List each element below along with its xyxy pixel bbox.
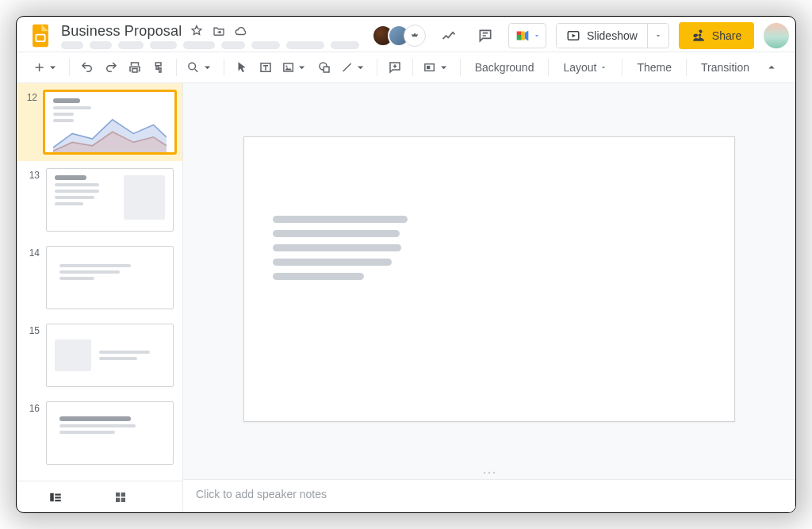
slide-thumbnail[interactable]: 16 bbox=[17, 394, 182, 472]
svg-point-3 bbox=[695, 33, 698, 36]
toolbar: Background Layout Theme Transition bbox=[17, 52, 795, 83]
theme-button[interactable]: Theme bbox=[629, 56, 680, 79]
slideshow-button[interactable]: Slideshow bbox=[557, 24, 647, 48]
svg-point-23 bbox=[493, 472, 495, 473]
slide-number: 13 bbox=[25, 168, 40, 181]
editor-canvas: Click to add speaker notes bbox=[183, 83, 795, 512]
grid-view-icon[interactable] bbox=[113, 490, 128, 504]
share-label: Share bbox=[712, 29, 741, 42]
view-switcher bbox=[17, 481, 182, 512]
current-slide[interactable] bbox=[243, 136, 735, 422]
slideshow-label: Slideshow bbox=[587, 29, 638, 42]
svg-rect-14 bbox=[55, 493, 61, 495]
paint-format-button[interactable] bbox=[147, 56, 170, 79]
notes-resize-handle[interactable] bbox=[183, 466, 795, 479]
app-window: Business Proposal bbox=[16, 16, 796, 513]
header-actions: Slideshow Share bbox=[372, 22, 789, 49]
redo-button[interactable] bbox=[100, 56, 122, 79]
svg-rect-10 bbox=[324, 67, 329, 72]
chart-thumbnail bbox=[53, 113, 167, 154]
document-title[interactable]: Business Proposal bbox=[61, 23, 182, 40]
title-bar: Business Proposal bbox=[17, 17, 795, 52]
slide-number: 16 bbox=[25, 401, 40, 414]
image-tool[interactable] bbox=[278, 56, 312, 79]
speaker-notes[interactable]: Click to add speaker notes bbox=[183, 479, 795, 512]
hide-menus-button[interactable] bbox=[760, 56, 783, 79]
svg-rect-17 bbox=[116, 493, 120, 496]
share-button[interactable]: Share bbox=[679, 22, 754, 49]
slide-thumbnail[interactable]: 12 bbox=[17, 83, 182, 161]
slide-number: 15 bbox=[25, 324, 40, 336]
slideshow-options-button[interactable] bbox=[647, 24, 668, 48]
account-avatar[interactable] bbox=[764, 23, 789, 48]
background-button[interactable]: Background bbox=[467, 56, 542, 79]
print-button[interactable] bbox=[124, 56, 146, 79]
select-tool[interactable] bbox=[231, 56, 253, 79]
transition-button[interactable]: Transition bbox=[693, 56, 757, 79]
svg-point-21 bbox=[484, 472, 485, 473]
zoom-button[interactable] bbox=[183, 56, 216, 79]
menu-bar[interactable] bbox=[61, 41, 359, 49]
new-slide-button[interactable] bbox=[29, 56, 63, 79]
slide-thumbnail[interactable]: 13 bbox=[17, 161, 182, 239]
svg-point-5 bbox=[189, 63, 196, 70]
undo-button[interactable] bbox=[76, 56, 98, 79]
svg-rect-0 bbox=[33, 25, 48, 47]
cloud-status-icon[interactable] bbox=[234, 24, 248, 38]
comments-icon[interactable] bbox=[472, 22, 499, 49]
anonymous-avatar[interactable] bbox=[404, 25, 426, 47]
svg-point-4 bbox=[698, 33, 701, 36]
slide-number: 14 bbox=[25, 246, 40, 259]
slide-thumbnail[interactable]: 15 bbox=[17, 316, 182, 394]
history-icon[interactable] bbox=[435, 22, 462, 49]
svg-rect-18 bbox=[121, 493, 125, 496]
svg-rect-16 bbox=[55, 500, 61, 501]
slide-thumbnail[interactable]: 14 bbox=[17, 239, 182, 316]
svg-point-8 bbox=[285, 65, 287, 67]
star-icon[interactable] bbox=[190, 24, 204, 38]
slide-number: 12 bbox=[23, 90, 37, 103]
add-comment-button[interactable] bbox=[384, 56, 406, 79]
move-folder-icon[interactable] bbox=[212, 24, 226, 38]
slide-options-button[interactable] bbox=[419, 56, 453, 79]
svg-rect-13 bbox=[50, 493, 54, 501]
svg-rect-20 bbox=[121, 497, 125, 501]
slides-app-icon[interactable] bbox=[26, 21, 55, 50]
svg-rect-12 bbox=[427, 66, 430, 69]
line-tool[interactable] bbox=[337, 56, 370, 79]
meet-button[interactable] bbox=[508, 23, 546, 48]
layout-button[interactable]: Layout bbox=[555, 56, 615, 79]
filmstrip-view-icon[interactable] bbox=[48, 490, 63, 504]
shape-tool[interactable] bbox=[313, 56, 335, 79]
collaborator-avatars[interactable] bbox=[372, 25, 426, 47]
svg-point-22 bbox=[488, 472, 490, 473]
svg-rect-19 bbox=[116, 497, 120, 501]
filmstrip: 12 bbox=[17, 83, 183, 512]
text-box-tool[interactable] bbox=[255, 56, 277, 79]
svg-rect-15 bbox=[55, 496, 61, 498]
